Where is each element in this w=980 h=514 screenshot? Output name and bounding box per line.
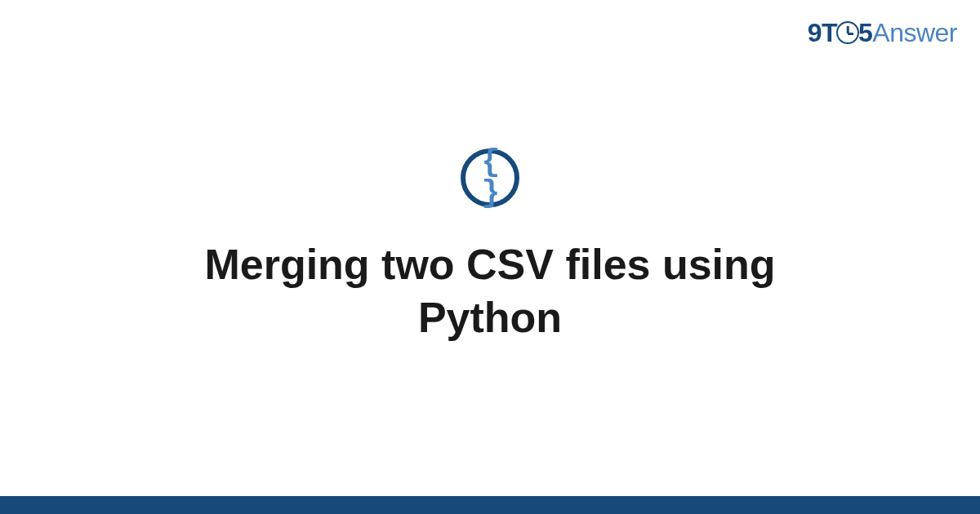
code-braces-glyph: { } [466,147,514,209]
site-logo: 9T5Answer [808,18,957,48]
code-braces-icon: { } [461,148,519,207]
page-title: Merging two CSV files using Python [139,238,841,344]
main-content: { } Merging two CSV files using Python [0,148,980,344]
logo-text-answer: Answer [872,18,957,47]
logo-text-9t: 9T [808,18,837,47]
footer-bar [0,496,980,514]
logo-text-5: 5 [858,18,872,47]
clock-icon [836,21,859,44]
